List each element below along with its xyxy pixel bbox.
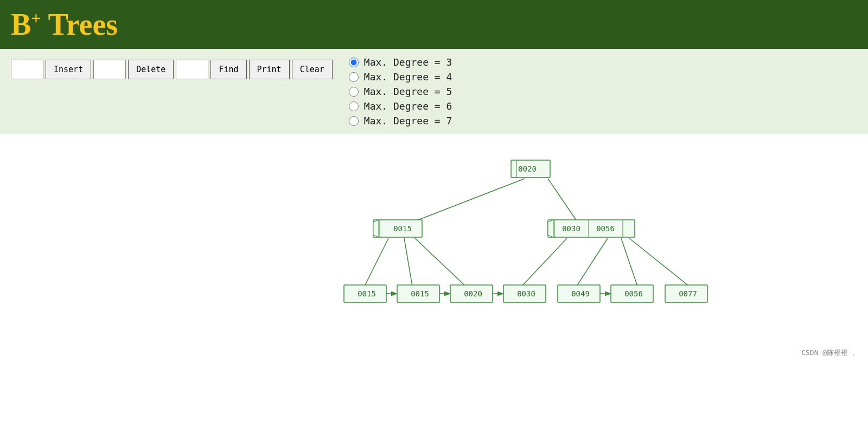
degree-7-radio[interactable]	[349, 116, 359, 126]
degree-7-label: Max. Degree = 7	[364, 115, 452, 126]
degree-6-label: Max. Degree = 6	[364, 100, 452, 112]
svg-line-6	[577, 238, 608, 286]
degree-5-radio[interactable]	[349, 87, 359, 97]
svg-line-7	[621, 238, 637, 286]
left-controls: Insert Delete Find Print Clear	[11, 56, 333, 79]
svg-line-0	[416, 179, 525, 221]
degree-6-radio[interactable]	[349, 102, 359, 111]
svg-line-2	[365, 238, 388, 286]
delete-input[interactable]	[93, 60, 126, 79]
degree-4-option[interactable]: Max. Degree = 4	[349, 71, 452, 83]
svg-line-4	[415, 238, 465, 286]
leaf-label-0049: 0049	[571, 289, 590, 298]
plus-sign: +	[31, 8, 41, 28]
controls-bar: Insert Delete Find Print Clear Max. Degr…	[0, 49, 868, 134]
leaf-label-0020: 0020	[464, 289, 482, 298]
degree-4-label: Max. Degree = 4	[364, 71, 452, 83]
degree-6-option[interactable]: Max. Degree = 6	[349, 100, 452, 112]
internal-label-0015: 0015	[393, 224, 412, 233]
app-title: B+ Trees	[11, 7, 118, 42]
root-label: 0020	[518, 164, 537, 173]
header: B+ Trees	[0, 0, 868, 49]
leaf-label-0077: 0077	[679, 289, 697, 298]
degree-3-option[interactable]: Max. Degree = 3	[349, 56, 452, 68]
svg-line-3	[404, 238, 412, 286]
degree-7-option[interactable]: Max. Degree = 7	[349, 115, 452, 126]
degree-3-radio[interactable]	[349, 58, 359, 67]
degree-5-option[interactable]: Max. Degree = 5	[349, 86, 452, 97]
internal-node-0030-0056	[548, 220, 635, 237]
svg-line-8	[629, 238, 689, 286]
svg-line-1	[548, 179, 577, 221]
clear-button[interactable]: Clear	[292, 60, 333, 79]
internal-label-0056: 0056	[596, 224, 615, 233]
find-input[interactable]	[176, 60, 208, 79]
leaf-label-0030: 0030	[517, 289, 535, 298]
svg-marker-11	[373, 220, 379, 237]
tree-area: 0020 0015 0030 0056 0015 0015 0020	[0, 134, 868, 362]
svg-line-5	[522, 238, 567, 286]
internal-label-0030: 0030	[562, 224, 580, 233]
degree-3-label: Max. Degree = 3	[364, 56, 452, 68]
leaf-label-0015-1: 0015	[358, 289, 376, 298]
print-button[interactable]: Print	[249, 60, 290, 79]
svg-marker-15	[548, 220, 553, 237]
find-button[interactable]: Find	[210, 60, 246, 79]
leaf-label-0015-2: 0015	[411, 289, 429, 298]
tree-svg: 0020 0015 0030 0056 0015 0015 0020	[0, 134, 868, 362]
degree-4-radio[interactable]	[349, 72, 359, 82]
right-controls: Max. Degree = 3 Max. Degree = 4 Max. Deg…	[349, 56, 452, 126]
insert-button[interactable]: Insert	[46, 60, 91, 79]
delete-button[interactable]: Delete	[128, 60, 174, 79]
watermark: CSDN @陈橙橙 、	[801, 348, 859, 358]
leaf-label-0056: 0056	[624, 289, 643, 298]
degree-5-label: Max. Degree = 5	[364, 86, 452, 97]
insert-input[interactable]	[11, 60, 43, 79]
